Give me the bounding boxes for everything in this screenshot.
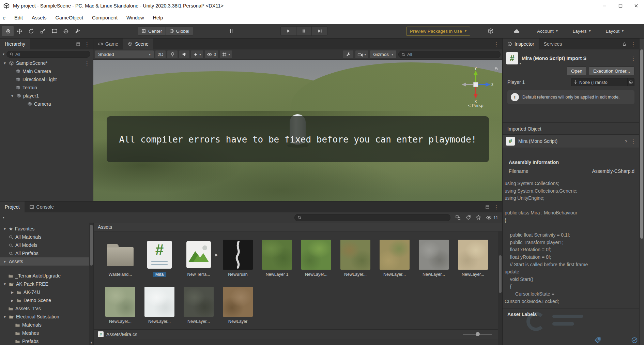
create-menu-icon[interactable]: ▾ [3, 52, 4, 56]
tab-inspector[interactable]: Inspector [503, 39, 539, 49]
account-dropdown[interactable]: Account ▾ [537, 29, 558, 34]
audio-toggle-button[interactable] [179, 50, 189, 58]
orientation-toggle-button[interactable]: Global [166, 27, 193, 35]
foldout-open-icon[interactable]: ▼ [10, 94, 14, 98]
asset-label-tag-icon[interactable] [594, 337, 601, 344]
custom-tool-button[interactable] [72, 26, 83, 36]
tab-console[interactable]: Console [25, 201, 59, 212]
folder-prefabs[interactable]: Prefabs [0, 337, 89, 345]
lighting-toggle-button[interactable] [167, 50, 178, 58]
component-menu-icon[interactable]: ⋮ [631, 139, 636, 144]
scene-visibility-button[interactable]: 0 [205, 50, 218, 58]
foldout-closed-icon[interactable]: ▶ [10, 299, 14, 302]
panel-menu-icon[interactable]: ⋮ [494, 42, 499, 47]
close-button[interactable] [628, 0, 644, 12]
grid-scrollbar[interactable] [498, 231, 502, 345]
panel-menu-icon[interactable]: ⋮ [494, 205, 499, 210]
scale-tool-button[interactable] [37, 26, 48, 36]
package-manager-button[interactable] [485, 26, 496, 36]
menu-component[interactable]: Component [92, 15, 118, 20]
inspector-scrollbar[interactable] [639, 39, 644, 345]
favorite-all-prefabs[interactable]: All Prefabs [0, 249, 89, 257]
hierarchy-search-input[interactable]: All [6, 51, 90, 58]
header-menu-icon[interactable]: ⋮ [631, 56, 636, 61]
expand-asset-icon[interactable]: ▶ [215, 253, 218, 257]
hierarchy-item-directional-light[interactable]: Directional Light [0, 75, 93, 84]
2d-toggle-button[interactable]: 2D [155, 50, 166, 58]
hidden-packages-counter[interactable]: 11 [486, 215, 498, 221]
play-button[interactable] [280, 26, 296, 36]
tab-services[interactable]: Services [539, 39, 567, 49]
lock-icon[interactable] [494, 66, 499, 72]
cloud-button[interactable] [511, 26, 522, 36]
scrollbar-thumb[interactable] [499, 255, 502, 293]
favorite-star-icon[interactable] [476, 215, 481, 220]
asset-mira-script[interactable]: # Mira [143, 240, 176, 277]
folder-ak-pack-free[interactable]: ▼ AK Pack FREE [0, 280, 89, 288]
transform-tool-button[interactable] [60, 26, 72, 36]
scene-menu-icon[interactable]: ⋮ [85, 61, 90, 66]
view-tool-button[interactable] [2, 26, 14, 36]
pause-button[interactable] [296, 26, 312, 36]
scene-viewport[interactable]: All compiler errors have to be fixed bef… [93, 60, 502, 201]
execution-order-button[interactable]: Execution Order... [589, 66, 634, 75]
rotate-tool-button[interactable] [25, 26, 37, 36]
orientation-gizmo[interactable]: y z x < Persp [457, 66, 494, 108]
menu-edit[interactable]: Edit [14, 15, 23, 20]
foldout-open-icon[interactable]: ▼ [3, 61, 7, 65]
step-button[interactable] [312, 26, 327, 36]
pivot-toggle-button[interactable]: Center [138, 27, 166, 35]
preview-packages-button[interactable]: Preview Packages in Use ▾ [406, 27, 470, 36]
foldout-open-icon[interactable]: ▼ [3, 260, 7, 264]
asset-newlayer-8[interactable]: NewLayer... [143, 287, 176, 324]
hierarchy-item-scene[interactable]: ▼ SampleScene* ⋮ [0, 59, 93, 67]
asset-wasteland-folder[interactable]: Wasteland... [104, 240, 137, 277]
scene-tools-button[interactable] [343, 50, 353, 58]
asset-newlayer-9[interactable]: NewLayer... [182, 287, 215, 324]
help-icon[interactable]: ? [625, 139, 627, 144]
search-by-type-icon[interactable] [455, 215, 461, 220]
thumbnail-size-slider[interactable] [463, 334, 492, 335]
grid-snap-button[interactable] [225, 27, 238, 35]
foldout-open-icon[interactable]: ▼ [3, 282, 7, 286]
menu-assets[interactable]: Assets [32, 15, 47, 20]
asset-newlayer-5[interactable]: NewLayer... [417, 240, 450, 277]
asset-newlayer-1[interactable]: NewLayer 1 [261, 240, 293, 277]
menu-gameobject[interactable]: GameObject [56, 15, 83, 20]
chevron-down-icon[interactable]: ▾ [519, 62, 521, 65]
tree-scrollbar[interactable]: ▼ [89, 223, 93, 345]
asset-labels-header[interactable]: Asset Labels [503, 309, 639, 320]
menu-window[interactable]: Window [126, 15, 144, 20]
favorite-all-materials[interactable]: All Materials [0, 233, 89, 241]
folder-assets-tvs[interactable]: Assets_TVs [0, 304, 89, 313]
hierarchy-item-player1[interactable]: ▼ player1 [0, 92, 93, 100]
asset-newlayer-2[interactable]: NewLayer... [300, 240, 333, 277]
scrollbar-thumb[interactable] [90, 225, 93, 266]
object-picker-icon[interactable] [627, 78, 634, 86]
panel-menu-icon[interactable]: ⋮ [85, 42, 90, 47]
gizmos-dropdown[interactable]: Gizmos ▾ [370, 50, 396, 58]
tab-scene[interactable]: Scene [123, 39, 153, 49]
move-tool-button[interactable] [14, 26, 25, 36]
minimize-button[interactable] [597, 0, 613, 12]
folder-materials[interactable]: Materials [0, 321, 89, 329]
rect-tool-button[interactable] [48, 26, 60, 36]
foldout-open-icon[interactable]: ▼ [3, 227, 7, 231]
slider-knob[interactable] [476, 332, 480, 336]
folder-meshes[interactable]: Meshes [0, 329, 89, 337]
panel-menu-icon[interactable]: ⋮ [631, 42, 636, 47]
favorites-header[interactable]: ▼ ★ Favorites [0, 225, 89, 233]
scene-camera-dropdown[interactable]: ▾ [355, 50, 368, 58]
asset-newlayer-10[interactable]: NewLayer [221, 287, 254, 324]
menu-help[interactable]: Help [153, 15, 163, 20]
menu-file-partial[interactable]: e [3, 15, 5, 20]
folder-electrical-substation[interactable]: ▼ Electrical Substation [0, 313, 89, 321]
asset-newlayer-6[interactable]: NewLayer... [457, 240, 489, 277]
scrollbar-thumb[interactable] [640, 49, 643, 239]
hierarchy-item-main-camera[interactable]: Main Camera [0, 67, 93, 75]
grid-visibility-dropdown[interactable]: ▾ [220, 50, 232, 58]
asset-newlayer-3[interactable]: NewLayer... [339, 240, 372, 277]
folder-terrainautoupgrade[interactable]: _TerrainAutoUpgrade [0, 272, 89, 280]
folder-demo-scene[interactable]: ▶ Demo Scene [0, 296, 89, 304]
dock-icon[interactable] [76, 42, 80, 46]
